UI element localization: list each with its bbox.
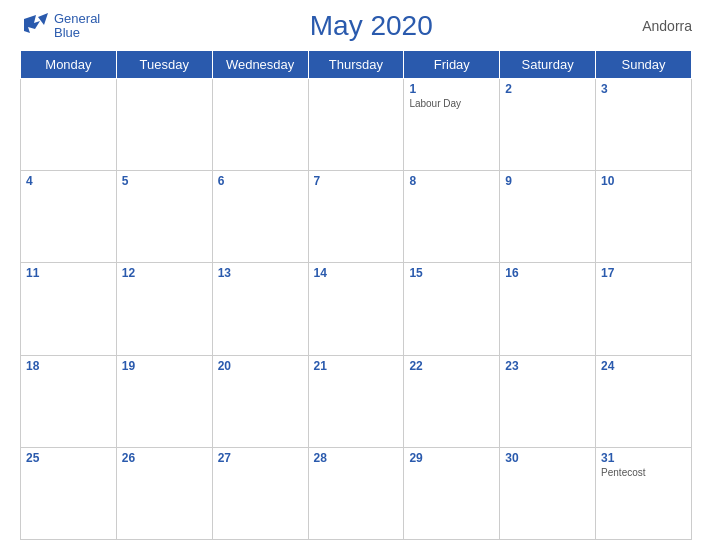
table-row (212, 79, 308, 171)
header-sunday: Sunday (596, 51, 692, 79)
table-row: 13 (212, 263, 308, 355)
day-number: 14 (314, 266, 399, 280)
day-number: 20 (218, 359, 303, 373)
holiday-label: Pentecost (601, 467, 686, 478)
table-row: 20 (212, 355, 308, 447)
day-number: 2 (505, 82, 590, 96)
day-number: 1 (409, 82, 494, 96)
table-row: 4 (21, 171, 117, 263)
header-saturday: Saturday (500, 51, 596, 79)
day-number: 29 (409, 451, 494, 465)
table-row: 28 (308, 447, 404, 539)
table-row: 23 (500, 355, 596, 447)
table-row (116, 79, 212, 171)
day-number: 15 (409, 266, 494, 280)
day-number: 31 (601, 451, 686, 465)
day-number: 30 (505, 451, 590, 465)
day-number: 23 (505, 359, 590, 373)
table-row: 18 (21, 355, 117, 447)
table-row: 27 (212, 447, 308, 539)
calendar-week-row: 18192021222324 (21, 355, 692, 447)
table-row (21, 79, 117, 171)
table-row: 26 (116, 447, 212, 539)
day-number: 13 (218, 266, 303, 280)
table-row: 19 (116, 355, 212, 447)
day-number: 8 (409, 174, 494, 188)
calendar-header: General Blue May 2020 Andorra (20, 10, 692, 42)
table-row: 30 (500, 447, 596, 539)
day-number: 5 (122, 174, 207, 188)
day-number: 27 (218, 451, 303, 465)
day-number: 11 (26, 266, 111, 280)
table-row (308, 79, 404, 171)
month-title: May 2020 (310, 10, 433, 42)
table-row: 14 (308, 263, 404, 355)
day-number: 12 (122, 266, 207, 280)
calendar-week-row: 11121314151617 (21, 263, 692, 355)
day-number: 10 (601, 174, 686, 188)
table-row: 7 (308, 171, 404, 263)
calendar-week-row: 45678910 (21, 171, 692, 263)
calendar-week-row: 25262728293031Pentecost (21, 447, 692, 539)
logo-line1: General (54, 12, 100, 26)
table-row: 11 (21, 263, 117, 355)
table-row: 16 (500, 263, 596, 355)
day-number: 28 (314, 451, 399, 465)
table-row: 24 (596, 355, 692, 447)
table-row: 5 (116, 171, 212, 263)
holiday-label: Labour Day (409, 98, 494, 109)
calendar-week-row: 1Labour Day23 (21, 79, 692, 171)
table-row: 1Labour Day (404, 79, 500, 171)
table-row: 2 (500, 79, 596, 171)
day-number: 25 (26, 451, 111, 465)
table-row: 3 (596, 79, 692, 171)
day-number: 17 (601, 266, 686, 280)
table-row: 8 (404, 171, 500, 263)
table-row: 15 (404, 263, 500, 355)
table-row: 10 (596, 171, 692, 263)
day-number: 3 (601, 82, 686, 96)
days-header-row: Monday Tuesday Wednesday Thursday Friday… (21, 51, 692, 79)
day-number: 22 (409, 359, 494, 373)
header-thursday: Thursday (308, 51, 404, 79)
header-wednesday: Wednesday (212, 51, 308, 79)
table-row: 12 (116, 263, 212, 355)
day-number: 4 (26, 174, 111, 188)
day-number: 16 (505, 266, 590, 280)
header-tuesday: Tuesday (116, 51, 212, 79)
calendar-table: Monday Tuesday Wednesday Thursday Friday… (20, 50, 692, 540)
header-friday: Friday (404, 51, 500, 79)
day-number: 21 (314, 359, 399, 373)
table-row: 17 (596, 263, 692, 355)
day-number: 9 (505, 174, 590, 188)
country-label: Andorra (642, 18, 692, 34)
header-monday: Monday (21, 51, 117, 79)
table-row: 6 (212, 171, 308, 263)
day-number: 6 (218, 174, 303, 188)
day-number: 7 (314, 174, 399, 188)
table-row: 29 (404, 447, 500, 539)
table-row: 21 (308, 355, 404, 447)
logo: General Blue (20, 11, 100, 41)
logo-icon (20, 11, 50, 41)
table-row: 9 (500, 171, 596, 263)
day-number: 24 (601, 359, 686, 373)
day-number: 26 (122, 451, 207, 465)
day-number: 19 (122, 359, 207, 373)
logo-line2: Blue (54, 26, 100, 40)
table-row: 31Pentecost (596, 447, 692, 539)
table-row: 22 (404, 355, 500, 447)
day-number: 18 (26, 359, 111, 373)
table-row: 25 (21, 447, 117, 539)
